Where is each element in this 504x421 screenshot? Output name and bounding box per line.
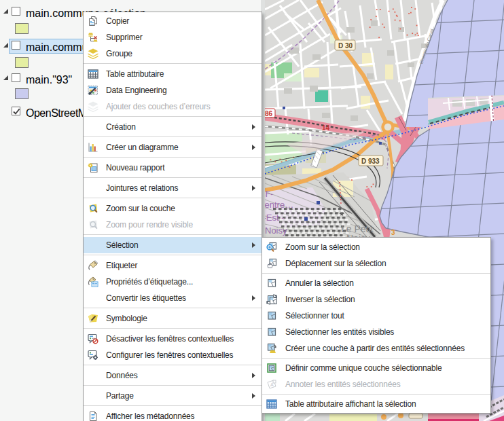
svg-text:86: 86 [265, 110, 273, 117]
svg-text:s-Est -: s-Est - [265, 213, 285, 223]
svg-text:14: 14 [322, 124, 330, 132]
svg-text:D 30: D 30 [338, 42, 353, 50]
svg-text:3: 3 [391, 229, 395, 236]
svg-text:centre…: centre… [265, 200, 293, 210]
svg-text:Noisy: Noisy [265, 225, 287, 236]
svg-text:D 933: D 933 [361, 158, 380, 165]
svg-text:CF-: CF- [265, 189, 273, 199]
